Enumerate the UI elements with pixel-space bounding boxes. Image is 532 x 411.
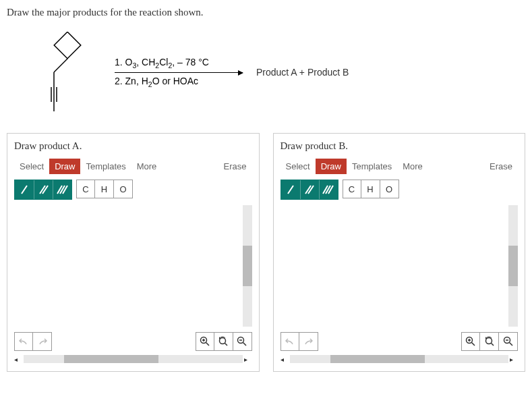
drawing-canvas-b[interactable]	[280, 205, 519, 327]
product-label: Product A + Product B	[256, 67, 349, 78]
zoom-reset-button[interactable]	[214, 332, 233, 351]
panel-b-tabs: Select Draw Templates More	[280, 159, 428, 174]
reaction-arrow	[115, 72, 243, 73]
panel-b-title: Draw product B.	[280, 140, 519, 152]
zoom-reset-icon	[218, 336, 229, 347]
undo-icon	[285, 337, 295, 346]
hscroll-thumb[interactable]	[330, 355, 425, 363]
tab-templates[interactable]: Templates	[347, 159, 397, 174]
horizontal-scrollbar[interactable]: ◂ ▸	[280, 354, 519, 364]
undo-redo-group	[280, 332, 318, 351]
svg-line-1	[54, 59, 67, 72]
undo-button[interactable]	[280, 332, 299, 351]
hydrogen-tool[interactable]: H	[95, 180, 114, 198]
horizontal-scrollbar[interactable]: ◂ ▸	[14, 354, 252, 364]
triple-bond-tool[interactable]	[319, 180, 338, 199]
carbon-tool[interactable]: C	[343, 180, 361, 198]
svg-line-29	[472, 343, 475, 346]
drawing-canvas-a[interactable]	[14, 205, 252, 327]
svg-line-17	[225, 344, 228, 346]
zoom-in-icon	[200, 336, 210, 347]
double-bond-icon	[304, 184, 315, 195]
svg-point-16	[220, 338, 226, 344]
zoom-reset-icon	[484, 336, 495, 347]
undo-redo-group	[14, 332, 52, 351]
element-tool-group: C H O	[343, 180, 399, 200]
erase-button[interactable]: Erase	[218, 159, 252, 174]
redo-button[interactable]	[33, 332, 52, 351]
svg-line-22	[288, 186, 293, 194]
scroll-right-arrow[interactable]: ▸	[510, 356, 518, 363]
tab-draw[interactable]: Draw	[316, 159, 347, 174]
zoom-in-button[interactable]	[196, 332, 214, 351]
reagent-line-1: 1. O3, CH2Cl2, – 78 °C	[115, 57, 243, 70]
zoom-group	[196, 332, 252, 351]
svg-line-6	[22, 186, 27, 194]
hscroll-thumb[interactable]	[64, 355, 158, 363]
tab-more[interactable]: More	[131, 159, 162, 174]
undo-icon	[19, 337, 28, 346]
zoom-in-icon	[465, 336, 476, 347]
bond-tool-group	[280, 180, 338, 200]
svg-line-33	[491, 344, 494, 346]
tab-select[interactable]: Select	[14, 159, 49, 174]
draw-panel-b: Draw product B. Select Draw Templates Mo…	[273, 133, 526, 372]
svg-rect-0	[54, 32, 81, 59]
scroll-right-arrow[interactable]: ▸	[244, 356, 252, 363]
triple-bond-icon	[57, 184, 69, 195]
hscroll-track[interactable]	[24, 355, 243, 363]
single-bond-tool[interactable]	[15, 180, 34, 199]
double-bond-icon	[38, 184, 49, 195]
zoom-group	[461, 332, 518, 351]
element-tool-group: C H O	[76, 180, 133, 200]
zoom-out-icon	[503, 336, 514, 347]
double-bond-tool[interactable]	[34, 180, 53, 199]
erase-button[interactable]: Erase	[484, 159, 518, 174]
oxygen-tool[interactable]: O	[114, 180, 133, 198]
triple-bond-icon	[322, 184, 334, 195]
single-bond-icon	[20, 184, 29, 195]
redo-icon	[38, 337, 47, 346]
tab-templates[interactable]: Templates	[80, 159, 131, 174]
question-prompt: Draw the major products for the reaction…	[7, 7, 525, 18]
svg-line-13	[206, 343, 209, 346]
zoom-out-icon	[237, 336, 247, 347]
panel-a-tabs: Select Draw Templates More	[14, 159, 162, 174]
zoom-out-button[interactable]	[499, 332, 518, 351]
reagents-block: 1. O3, CH2Cl2, – 78 °C 2. Zn, H2O or HOA…	[115, 57, 243, 88]
tab-select[interactable]: Select	[280, 159, 316, 174]
svg-line-20	[243, 343, 247, 346]
zoom-out-button[interactable]	[233, 332, 252, 351]
reagent-line-2: 2. Zn, H2O or HOAc	[115, 76, 243, 88]
undo-button[interactable]	[14, 332, 33, 351]
tab-more[interactable]: More	[397, 159, 428, 174]
carbon-tool[interactable]: C	[76, 180, 95, 198]
single-bond-icon	[286, 184, 295, 195]
draw-panel-a: Draw product A. Select Draw Templates Mo…	[7, 133, 260, 372]
tab-draw[interactable]: Draw	[49, 159, 80, 174]
hydrogen-tool[interactable]: H	[361, 180, 380, 198]
svg-point-32	[485, 338, 492, 344]
svg-line-36	[509, 343, 512, 346]
triple-bond-tool[interactable]	[53, 180, 71, 199]
zoom-reset-button[interactable]	[480, 332, 499, 351]
double-bond-tool[interactable]	[300, 180, 319, 199]
hscroll-track[interactable]	[290, 355, 509, 363]
zoom-in-button[interactable]	[461, 332, 480, 351]
redo-button[interactable]	[299, 332, 318, 351]
panel-a-title: Draw product A.	[14, 140, 252, 152]
scroll-left-arrow[interactable]: ◂	[280, 356, 289, 363]
single-bond-tool[interactable]	[281, 180, 300, 199]
redo-icon	[303, 337, 313, 346]
scroll-left-arrow[interactable]: ◂	[14, 356, 22, 363]
oxygen-tool[interactable]: O	[380, 180, 399, 198]
reaction-scheme: 1. O3, CH2Cl2, – 78 °C 2. Zn, H2O or HOA…	[7, 25, 525, 133]
bond-tool-group	[14, 180, 72, 200]
reactant-structure	[20, 32, 88, 113]
